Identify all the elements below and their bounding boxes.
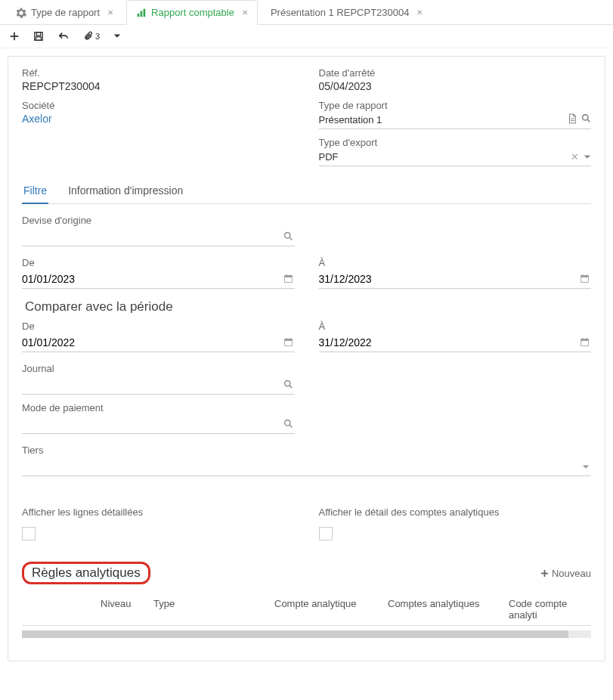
add-button[interactable] xyxy=(9,31,20,42)
svg-rect-6 xyxy=(36,33,40,36)
thirdparty-label: Tiers xyxy=(22,444,591,456)
export-type-field[interactable]: PDF ✕ xyxy=(319,150,592,166)
subtab-filter[interactable]: Filtre xyxy=(22,178,48,204)
report-type-value: Présentation 1 xyxy=(319,114,382,125)
svg-rect-23 xyxy=(284,339,292,340)
svg-line-33 xyxy=(289,425,292,427)
attach-count: 3 xyxy=(95,32,100,41)
company-label: Société xyxy=(22,100,295,111)
compare-from-input[interactable] xyxy=(22,333,295,352)
undo-button[interactable] xyxy=(57,31,70,42)
payment-mode-label: Mode de paiement xyxy=(22,402,295,413)
col-analytic-accounts[interactable]: Comptes analytiques xyxy=(388,598,509,621)
show-analytic-detail-label: Afficher le détail des comptes analytiqu… xyxy=(319,506,592,518)
new-rule-button[interactable]: Nouveau xyxy=(540,568,591,579)
rules-table-header: Niveau Type Compte analytique Comptes an… xyxy=(22,592,591,626)
search-icon[interactable] xyxy=(283,231,293,243)
tab-presentation[interactable]: Présentation 1 REPCPT230004 ✕ xyxy=(261,0,433,24)
clear-icon[interactable]: ✕ xyxy=(571,151,579,163)
calendar-icon[interactable] xyxy=(580,337,590,349)
from-label: De xyxy=(22,257,295,268)
show-analytic-detail-checkbox[interactable] xyxy=(319,527,333,540)
subtab-print-info[interactable]: Information d'impression xyxy=(67,178,184,203)
origin-currency-input[interactable] xyxy=(22,228,295,246)
col-niveau[interactable]: Niveau xyxy=(101,598,153,621)
show-detailed-lines-label: Afficher les lignes détaillées xyxy=(22,506,295,518)
svg-point-32 xyxy=(284,420,289,425)
compare-from-label: De xyxy=(22,321,295,332)
export-type-value: PDF xyxy=(319,151,339,163)
svg-line-11 xyxy=(587,119,590,122)
form-panel: Réf. REPCPT230004 Société Axelor Date d'… xyxy=(8,56,605,661)
calendar-icon[interactable] xyxy=(283,274,293,286)
chevron-down-icon[interactable] xyxy=(582,461,590,472)
tab-accounting-report[interactable]: Rapport comptable ✕ xyxy=(126,0,258,25)
gear-icon xyxy=(16,8,26,18)
svg-rect-1 xyxy=(141,11,143,17)
tab-label: Présentation 1 REPCPT230004 xyxy=(271,7,410,18)
ref-value: REPCPT230004 xyxy=(22,80,295,92)
document-icon[interactable] xyxy=(568,113,577,126)
search-icon[interactable] xyxy=(581,113,591,126)
company-link[interactable]: Axelor xyxy=(22,113,52,125)
main-tabs: Type de rapport ✕ Rapport comptable ✕ Pr… xyxy=(0,0,613,25)
svg-line-31 xyxy=(289,386,292,388)
new-rule-label: Nouveau xyxy=(552,568,591,579)
col-analytic-account[interactable]: Compte analytique xyxy=(274,598,388,621)
subtabs: Filtre Information d'impression xyxy=(22,178,591,204)
report-type-label: Type de rapport xyxy=(319,100,592,111)
chart-icon xyxy=(136,8,147,18)
compare-to-input[interactable] xyxy=(319,333,592,352)
closing-date-label: Date d'arrêté xyxy=(319,67,592,79)
svg-rect-27 xyxy=(581,339,589,340)
col-type[interactable]: Type xyxy=(153,598,274,621)
attach-button[interactable]: 3 xyxy=(83,31,100,42)
payment-mode-input[interactable] xyxy=(22,415,295,434)
svg-point-30 xyxy=(284,380,289,386)
export-type-label: Type d'export xyxy=(319,137,592,148)
closing-date-value: 05/04/2023 xyxy=(319,80,592,92)
scrollbar-thumb[interactable] xyxy=(22,630,568,638)
close-icon[interactable]: ✕ xyxy=(107,8,113,17)
svg-rect-0 xyxy=(138,13,140,16)
to-date-input[interactable] xyxy=(319,270,592,289)
svg-point-12 xyxy=(284,232,289,237)
search-icon[interactable] xyxy=(283,419,293,431)
close-icon[interactable]: ✕ xyxy=(242,8,248,17)
close-icon[interactable]: ✕ xyxy=(416,8,423,17)
ref-label: Réf. xyxy=(22,67,295,79)
to-label: À xyxy=(319,257,592,268)
calendar-icon[interactable] xyxy=(580,274,590,286)
from-date-input[interactable] xyxy=(22,270,295,289)
svg-line-13 xyxy=(289,237,292,240)
svg-rect-7 xyxy=(36,37,42,40)
thirdparty-input[interactable] xyxy=(22,457,591,476)
svg-rect-2 xyxy=(144,8,146,17)
svg-rect-15 xyxy=(284,275,292,277)
report-type-field[interactable]: Présentation 1 xyxy=(319,113,592,129)
svg-rect-19 xyxy=(581,275,589,277)
tab-report-type[interactable]: Type de rapport ✕ xyxy=(6,0,123,24)
tab-label: Type de rapport xyxy=(31,7,100,18)
journal-label: Journal xyxy=(22,363,295,374)
horizontal-scrollbar[interactable] xyxy=(22,630,591,638)
col-code[interactable]: Code compte analyti xyxy=(509,598,588,621)
compare-to-label: À xyxy=(319,321,592,332)
save-button[interactable] xyxy=(33,31,44,42)
analytic-rules-title: Règles analytiques xyxy=(22,562,150,584)
calendar-icon[interactable] xyxy=(283,337,293,349)
journal-input[interactable] xyxy=(22,376,295,395)
origin-currency-label: Devise d'origine xyxy=(22,215,591,226)
compare-title: Comparer avec la période xyxy=(25,299,591,314)
svg-point-10 xyxy=(583,114,588,119)
toolbar: 3 xyxy=(0,25,613,48)
more-button[interactable] xyxy=(113,33,121,39)
tab-label: Rapport comptable xyxy=(151,7,234,18)
search-icon[interactable] xyxy=(283,379,293,392)
chevron-down-icon[interactable] xyxy=(584,151,591,163)
show-detailed-lines-checkbox[interactable] xyxy=(22,527,36,540)
